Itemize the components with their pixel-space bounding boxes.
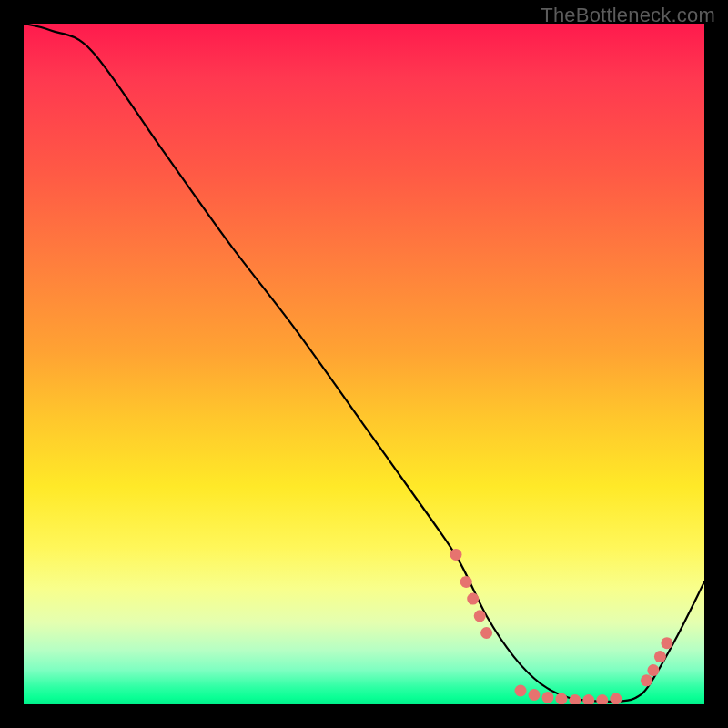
bottleneck-curve	[24, 24, 704, 702]
curve-marker	[641, 674, 652, 686]
curve-marker	[654, 651, 666, 662]
curve-marker	[610, 693, 622, 705]
curve-marker	[515, 685, 527, 697]
curve-marker	[569, 694, 581, 704]
curve-marker	[582, 694, 594, 704]
curve-marker	[460, 576, 472, 588]
chart-stage: TheBottleneck.com	[0, 0, 728, 728]
curve-marker	[647, 664, 659, 676]
curve-marker	[480, 627, 492, 639]
curve-marker	[474, 610, 486, 622]
curve-marker	[542, 692, 554, 703]
curve-markers	[450, 549, 673, 704]
curve-marker	[529, 689, 541, 701]
curve-layer	[24, 24, 704, 704]
curve-marker	[450, 549, 462, 561]
plot-area	[24, 24, 704, 704]
curve-marker	[596, 694, 608, 704]
curve-marker	[661, 637, 672, 649]
curve-marker	[467, 593, 479, 605]
curve-marker	[555, 693, 567, 705]
